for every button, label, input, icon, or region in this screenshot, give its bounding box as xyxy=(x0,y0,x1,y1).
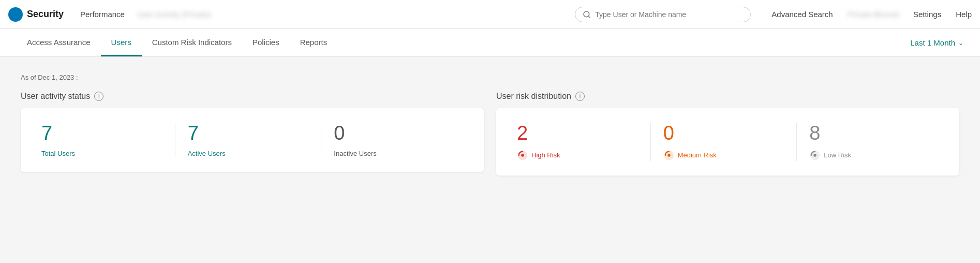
activity-status-title: User activity status i xyxy=(21,92,484,101)
nav-right-items: Advanced Search Private Blurred Settings… xyxy=(771,8,972,21)
inactive-users-stat: 0 Inactive Users xyxy=(321,123,467,157)
subnav-policies[interactable]: Policies xyxy=(242,30,290,56)
main-content: As of Dec 1, 2023 : User activity status… xyxy=(0,57,980,263)
nav-help[interactable]: Help xyxy=(956,8,972,21)
activity-status-label: User activity status xyxy=(21,92,90,101)
top-nav: Security Performance User Activity (Priv… xyxy=(0,0,980,29)
search-input[interactable] xyxy=(595,10,743,19)
high-risk-icon xyxy=(517,150,528,161)
active-users-value: 7 xyxy=(188,123,199,144)
risk-distribution-block: User risk distribution i 2 High Risk xyxy=(496,92,959,176)
subnav-reports[interactable]: Reports xyxy=(290,30,338,56)
active-users-label: Active Users xyxy=(188,150,226,157)
total-users-label: Total Users xyxy=(41,150,75,157)
date-filter-label: Last 1 Month xyxy=(910,38,955,47)
date-filter-button[interactable]: Last 1 Month ⌄ xyxy=(910,38,963,47)
chevron-down-icon: ⌄ xyxy=(958,39,963,47)
risk-info-icon[interactable]: i xyxy=(575,92,585,101)
nav-user-activity[interactable]: User Activity (Private) xyxy=(137,8,211,21)
nav-settings[interactable]: Settings xyxy=(913,8,941,21)
low-risk-icon xyxy=(809,150,821,161)
inactive-users-label: Inactive Users xyxy=(334,150,376,157)
app-logo: Security xyxy=(8,7,64,22)
medium-risk-stat: 0 Medium Risk xyxy=(651,123,797,161)
as-of-date: As of Dec 1, 2023 : xyxy=(21,74,959,81)
low-risk-label: Low Risk xyxy=(824,151,851,159)
high-risk-stat: 2 High Risk xyxy=(513,123,651,161)
svg-point-5 xyxy=(667,154,671,157)
subnav-access-assurance[interactable]: Access Assurance xyxy=(17,30,101,56)
high-risk-label: High Risk xyxy=(531,151,560,159)
subnav-users[interactable]: Users xyxy=(101,30,142,56)
risk-distribution-title: User risk distribution i xyxy=(496,92,959,101)
search-icon xyxy=(583,10,591,19)
nav-performance[interactable]: Performance xyxy=(80,8,125,21)
low-risk-stat: 8 Low Risk xyxy=(797,123,943,161)
svg-point-7 xyxy=(814,154,817,157)
low-risk-value: 8 xyxy=(809,123,820,144)
activity-status-card: 7 Total Users 7 Active Users 0 Inactive … xyxy=(21,108,484,172)
total-users-stat: 7 Total Users xyxy=(37,123,175,157)
risk-distribution-card: 2 High Risk 0 xyxy=(496,108,959,176)
high-risk-value: 2 xyxy=(517,123,528,144)
svg-line-1 xyxy=(588,16,590,18)
activity-status-block: User activity status i 7 Total Users 7 A… xyxy=(21,92,484,176)
nav-private-blurred[interactable]: Private Blurred xyxy=(848,8,899,21)
inactive-users-value: 0 xyxy=(334,123,345,144)
total-users-value: 7 xyxy=(41,123,52,144)
medium-risk-label: Medium Risk xyxy=(678,151,717,159)
activity-info-icon[interactable]: i xyxy=(94,92,103,101)
logo-icon xyxy=(8,7,23,22)
svg-point-3 xyxy=(521,154,524,157)
sub-nav: Access Assurance Users Custom Risk Indic… xyxy=(0,29,980,57)
stats-row: User activity status i 7 Total Users 7 A… xyxy=(21,92,959,176)
active-users-stat: 7 Active Users xyxy=(175,123,322,157)
risk-distribution-label: User risk distribution xyxy=(496,92,571,101)
subnav-custom-risk[interactable]: Custom Risk Indicators xyxy=(142,30,242,56)
medium-risk-value: 0 xyxy=(663,123,674,144)
search-bar[interactable] xyxy=(575,7,751,22)
logo-text: Security xyxy=(27,9,64,20)
medium-risk-icon xyxy=(663,150,675,161)
nav-advanced-search[interactable]: Advanced Search xyxy=(771,8,833,21)
